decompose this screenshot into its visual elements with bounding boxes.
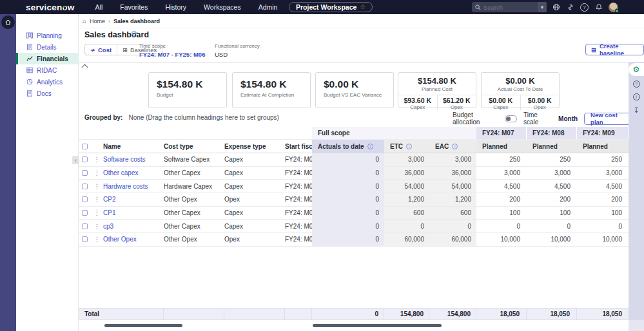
row-checkbox[interactable] — [82, 156, 88, 162]
row-name-link[interactable]: CP2 — [103, 193, 164, 206]
row-planned-m09[interactable]: 0 — [577, 220, 629, 232]
table-row[interactable]: ⋮ Other Opex Other Opex Opex FY24: M07 0… — [79, 233, 629, 247]
connect-chat-icon[interactable] — [566, 3, 574, 12]
info-icon[interactable]: i — [367, 144, 373, 149]
row-checkbox[interactable] — [82, 210, 88, 216]
info-panel-button[interactable]: i — [629, 91, 644, 102]
row-checkbox[interactable] — [82, 236, 88, 242]
col-header-start-fiscal[interactable]: Start fisc — [285, 140, 312, 153]
row-menu-kebab-icon[interactable]: ⋮ — [91, 233, 103, 246]
months-scrollbar[interactable] — [313, 324, 442, 327]
refresh-icon[interactable]: ⟳ — [132, 29, 138, 38]
nav-item-favorites[interactable]: Favorites — [120, 3, 148, 11]
row-checkbox[interactable] — [82, 184, 88, 189]
row-checkbox[interactable] — [82, 170, 88, 176]
row-planned-m07[interactable]: 100 — [476, 207, 527, 220]
search-scope-caret[interactable]: ▾ — [538, 2, 547, 12]
col-header-planned-m09[interactable]: Planned — [577, 140, 629, 153]
breadcrumb-home[interactable]: Home — [90, 18, 105, 24]
select-all-checkbox[interactable] — [82, 144, 88, 149]
col-header-eac[interactable]: EAC i — [429, 140, 476, 153]
sidebar-item-ridac[interactable]: RIDAC — [16, 64, 78, 76]
collapse-pinned-columns-button[interactable]: ‹ — [72, 156, 79, 164]
table-row[interactable]: ⋮ Hardware costs Hardware Capex Capex FY… — [79, 180, 629, 193]
row-planned-m08[interactable]: 10,000 — [527, 233, 577, 246]
sidebar-item-details[interactable]: Details — [16, 41, 78, 53]
table-row[interactable]: ⋮ CP2 Other Opex Opex FY24: M07 0 1,200 … — [79, 193, 629, 207]
search-box[interactable]: ▾ — [472, 2, 547, 12]
table-row[interactable]: ⋮ cp3 Other Capex Capex FY24: M07 0 0 0 … — [79, 220, 629, 233]
row-planned-m08[interactable]: 3,000 — [527, 167, 577, 180]
star-icon[interactable]: ☆ — [360, 4, 366, 10]
row-name-link[interactable]: CP1 — [103, 207, 164, 220]
info-icon[interactable]: i — [406, 144, 412, 149]
table-row[interactable]: ⋮ Other capex Other Capex Capex FY24: M0… — [79, 167, 629, 180]
row-menu-kebab-icon[interactable]: ⋮ — [91, 220, 103, 232]
export-download-button[interactable]: ↧ — [629, 105, 644, 115]
row-planned-m07[interactable]: 10,000 — [476, 233, 527, 246]
row-name-link[interactable]: cp3 — [103, 220, 164, 232]
grouped-by-value[interactable]: None (Drag the column headings here to s… — [128, 114, 278, 121]
col-header-etc[interactable]: ETC i — [384, 140, 429, 153]
create-baseline-button[interactable]: ⊞ Create baseline — [585, 44, 644, 55]
row-planned-m07[interactable]: 3,000 — [476, 167, 527, 180]
settings-tab-active[interactable]: ⚙ — [629, 63, 644, 76]
home-button[interactable] — [1, 15, 15, 29]
row-name-link[interactable]: Other Opex — [103, 233, 164, 246]
row-checkbox[interactable] — [82, 196, 88, 202]
col-header-name[interactable]: Name — [103, 140, 164, 153]
row-name-link[interactable]: Hardware costs — [103, 180, 164, 193]
col-header-actuals[interactable]: Actuals to date i — [312, 140, 384, 153]
nav-item-workspaces[interactable]: Workspaces — [204, 3, 241, 11]
col-header-planned-m08[interactable]: Planned — [527, 140, 577, 153]
row-planned-m07[interactable]: 200 — [476, 193, 527, 206]
budget-allocation-toggle[interactable] — [505, 115, 517, 122]
table-row[interactable]: ⋮ Software costs Software Capex Capex FY… — [79, 153, 629, 167]
sidebar-item-financials[interactable]: Financials — [16, 53, 78, 64]
row-planned-m09[interactable]: 3,000 — [577, 167, 629, 180]
notifications-bell-icon[interactable] — [594, 3, 603, 12]
nav-item-all[interactable]: All — [95, 3, 103, 11]
info-icon[interactable]: i — [452, 144, 458, 149]
row-name-link[interactable]: Software costs — [103, 153, 164, 166]
row-planned-m07[interactable]: 4,500 — [476, 180, 527, 193]
collapse-panel-chevron-icon[interactable] — [82, 64, 88, 71]
row-planned-m08[interactable]: 250 — [527, 153, 577, 166]
col-header-planned-m07[interactable]: Planned — [476, 140, 527, 153]
nav-item-history[interactable]: History — [165, 3, 186, 11]
row-name-link[interactable]: Other capex — [103, 167, 164, 180]
col-header-cost-type[interactable]: Cost type — [164, 140, 224, 153]
row-planned-m08[interactable]: 4,500 — [527, 180, 577, 193]
sidebar-item-docs[interactable]: Docs — [16, 88, 78, 99]
row-menu-kebab-icon[interactable]: ⋮ — [91, 180, 103, 193]
sidebar-item-planning[interactable]: Planning — [16, 30, 78, 41]
row-planned-m07[interactable]: 0 — [476, 220, 527, 232]
cost-tab[interactable]: ≁ Cost — [85, 44, 117, 55]
row-planned-m09[interactable]: 250 — [577, 153, 629, 166]
row-menu-kebab-icon[interactable]: ⋮ — [91, 207, 103, 220]
row-planned-m08[interactable]: 0 — [527, 220, 577, 232]
row-menu-kebab-icon[interactable]: ⋮ — [91, 153, 103, 166]
nav-item-admin[interactable]: Admin — [259, 3, 278, 11]
row-checkbox[interactable] — [82, 223, 88, 229]
pinned-columns-scrollbar[interactable] — [104, 324, 182, 327]
table-row[interactable]: ⋮ CP1 Other Capex Capex FY24: M07 0 600 … — [79, 207, 629, 220]
row-menu-kebab-icon[interactable]: ⋮ — [91, 167, 103, 180]
time-scale-value[interactable]: Month — [558, 115, 578, 122]
time-scope-value[interactable]: FY24: M07 - FY25: M06 — [139, 51, 205, 58]
breadcrumb-home-icon[interactable]: ⌂ — [83, 17, 86, 24]
workspace-pill[interactable]: Project Workspace ☆ — [289, 2, 373, 12]
sidebar-item-analytics[interactable]: Analytics — [16, 76, 78, 88]
row-planned-m09[interactable]: 4,500 — [577, 180, 629, 193]
search-input[interactable] — [481, 4, 538, 11]
row-planned-m08[interactable]: 100 — [527, 207, 577, 220]
row-planned-m07[interactable]: 250 — [476, 153, 527, 166]
help-panel-button[interactable]: ? — [629, 79, 644, 89]
row-planned-m09[interactable]: 200 — [577, 193, 629, 206]
col-header-expense-type[interactable]: Expense type — [224, 140, 285, 153]
help-icon[interactable]: ? — [580, 3, 589, 12]
row-menu-kebab-icon[interactable]: ⋮ — [91, 193, 103, 206]
user-avatar[interactable] — [609, 3, 618, 12]
row-planned-m09[interactable]: 10,000 — [577, 233, 629, 246]
row-planned-m08[interactable]: 200 — [527, 193, 577, 206]
